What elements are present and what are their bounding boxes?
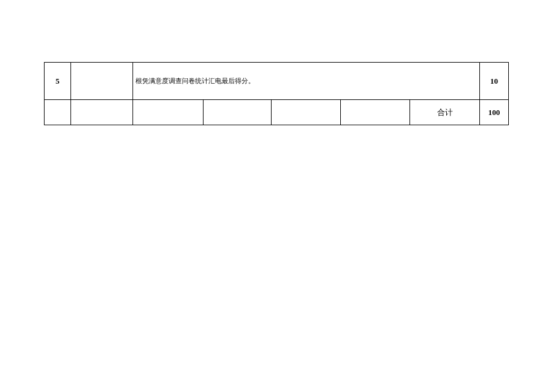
total-label-cell: 合计	[410, 100, 480, 125]
empty-cell	[132, 100, 203, 125]
description-cell: 根凭满意度调查问卷统计汇电最后得分。	[132, 63, 479, 100]
row-number: 5	[55, 76, 60, 86]
empty-cell	[341, 100, 410, 125]
total-value-cell: 100	[479, 100, 508, 125]
table-row: 5 根凭满意度调查问卷统计汇电最后得分。 10	[45, 63, 509, 100]
description-text: 根凭满意度调查问卷统计汇电最后得分。	[135, 77, 255, 84]
table: 5 根凭满意度调查问卷统计汇电最后得分。 10 合计 100	[44, 62, 509, 125]
total-value: 100	[488, 108, 500, 117]
empty-cell	[70, 63, 132, 100]
empty-cell	[272, 100, 341, 125]
table-row: 合计 100	[45, 100, 509, 125]
score-cell: 10	[479, 63, 508, 100]
row-number-cell: 5	[45, 63, 71, 100]
score-value: 10	[490, 76, 498, 86]
empty-cell	[203, 100, 272, 125]
total-label: 合计	[437, 108, 453, 117]
scoring-table-fragment: 5 根凭满意度调查问卷统计汇电最后得分。 10 合计 100	[44, 62, 509, 125]
empty-cell	[70, 100, 132, 125]
empty-cell	[45, 100, 71, 125]
